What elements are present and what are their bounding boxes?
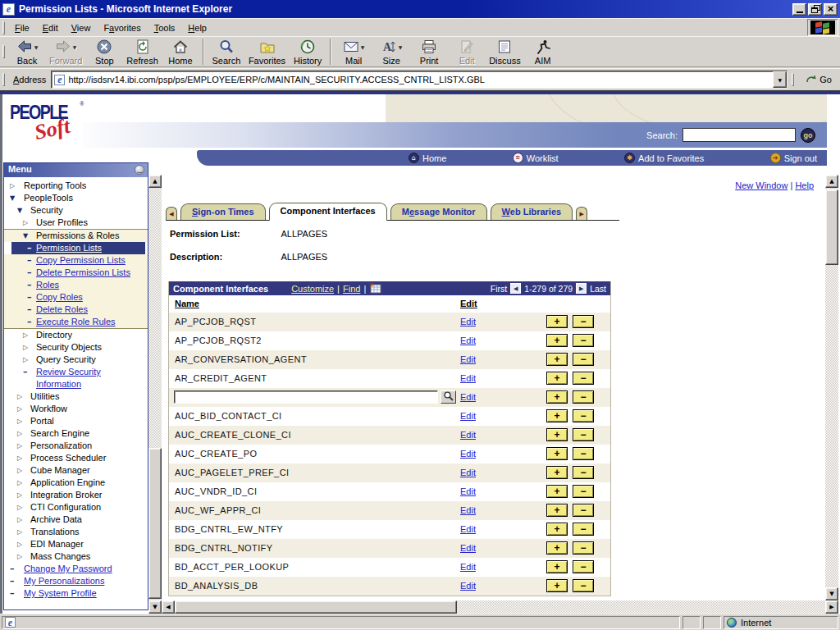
dash-bullet-icon[interactable]: –	[10, 575, 15, 587]
sidebar-item-cti-configuration[interactable]: ▷CTI Configuration	[4, 501, 148, 514]
add-row-button[interactable]: +	[546, 409, 568, 422]
edit-column-header[interactable]: Edit	[460, 299, 477, 308]
dropdown-caret-icon[interactable]: ▼	[361, 44, 365, 50]
add-row-button[interactable]: +	[546, 447, 568, 460]
add-row-button[interactable]: +	[546, 428, 568, 441]
sidebar-item-execute-role-rules[interactable]: –Execute Role Rules	[4, 316, 148, 329]
expanded-node-icon[interactable]: ▼	[17, 204, 22, 217]
portal-nav-worklist[interactable]: ≡Worklist	[513, 153, 559, 163]
add-row-button[interactable]: +	[546, 523, 568, 536]
delete-row-button[interactable]: −	[573, 372, 594, 385]
edit-link[interactable]: Edit	[460, 392, 476, 402]
menu-file[interactable]: File	[8, 21, 36, 35]
collapsed-node-icon[interactable]: ▷	[17, 501, 22, 514]
search-button[interactable]: Search	[208, 38, 245, 66]
edit-link[interactable]: Edit	[460, 581, 476, 591]
collapsed-node-icon[interactable]: ▷	[17, 427, 22, 440]
discuss-button[interactable]: Discuss	[486, 38, 524, 66]
sidebar-item-copy-permission-lists[interactable]: –Copy Permission Lists	[4, 254, 148, 267]
delete-row-button[interactable]: −	[573, 541, 594, 555]
tab-component-interfaces[interactable]: Component Interfaces	[269, 203, 387, 221]
sidebar-item-personalization[interactable]: ▷Personalization	[4, 440, 148, 452]
collapsed-node-icon[interactable]: ▷	[23, 217, 28, 229]
delete-row-button[interactable]: −	[573, 353, 594, 366]
sidebar-item-user-profiles[interactable]: ▷User Profiles	[4, 217, 148, 229]
menu-view[interactable]: View	[65, 21, 98, 35]
dash-bullet-icon[interactable]: –	[10, 563, 15, 575]
scroll-left-button[interactable]: ◀	[162, 600, 175, 614]
aim-button[interactable]: AIM	[524, 38, 562, 66]
sidebar-item-my-system-profile[interactable]: –My System Profile	[4, 587, 148, 600]
help-link[interactable]: Help	[795, 180, 814, 190]
collapse-menu-icon[interactable]	[135, 165, 144, 175]
scroll-down-button[interactable]: ▼	[825, 587, 838, 600]
expanded-node-icon[interactable]: ▼	[23, 230, 28, 242]
sidebar-item-directory[interactable]: ▷Directory	[4, 329, 148, 341]
edit-link[interactable]: Edit	[460, 524, 476, 534]
collapsed-node-icon[interactable]: ▷	[23, 341, 28, 354]
tab-scroll-left-button[interactable]: ◀	[166, 207, 177, 221]
add-row-button[interactable]: +	[546, 466, 568, 479]
sidebar-item-permission-lists[interactable]: –Permission Lists	[11, 242, 145, 254]
dash-bullet-icon[interactable]: –	[27, 304, 32, 316]
dash-bullet-icon[interactable]: –	[27, 242, 32, 254]
address-url[interactable]: http://isdsrv14.ibi.com/psp/ps/EMPLOYEE/…	[68, 75, 769, 84]
menu-favorites[interactable]: Favorites	[97, 21, 147, 35]
search-input[interactable]	[682, 128, 796, 142]
favorites-button[interactable]: Favorites	[245, 38, 289, 66]
scroll-up-button[interactable]: ▲	[825, 175, 838, 188]
sidebar-item-my-personalizations[interactable]: –My Personalizations	[4, 575, 148, 587]
dash-bullet-icon[interactable]: –	[27, 279, 32, 291]
sidebar-item-utilities[interactable]: ▷Utilities	[4, 390, 148, 403]
edit-link[interactable]: Edit	[460, 486, 476, 496]
collapsed-node-icon[interactable]: ▷	[17, 514, 22, 526]
content-horizontal-scrollbar[interactable]: ◀ ▶	[162, 600, 838, 614]
sidebar-item-translations[interactable]: ▷Translations	[4, 526, 148, 538]
collapsed-node-icon[interactable]: ▷	[23, 354, 28, 366]
delete-row-button[interactable]: −	[573, 428, 594, 441]
edit-link[interactable]: Edit	[460, 543, 476, 553]
delete-row-button[interactable]: −	[573, 334, 594, 347]
sidebar-item-delete-permission-lists[interactable]: –Delete Permission Lists	[4, 267, 148, 279]
portal-nav-add-to-favorites[interactable]: ✱Add to Favorites	[624, 153, 704, 163]
dash-bullet-icon[interactable]: –	[27, 254, 32, 267]
toolbar-grip[interactable]	[2, 73, 5, 86]
edit-link[interactable]: Edit	[460, 449, 476, 459]
stop-button[interactable]: Stop	[85, 38, 123, 66]
dropdown-caret-icon[interactable]: ▼	[399, 44, 403, 50]
edit-link[interactable]: Edit	[460, 373, 476, 383]
back-button[interactable]: ▼Back	[8, 38, 46, 66]
collapsed-node-icon[interactable]: ▷	[17, 489, 22, 501]
sidebar-item-application-engine[interactable]: ▷Application Engine	[4, 477, 148, 489]
add-row-button[interactable]: +	[546, 315, 568, 328]
edit-link[interactable]: Edit	[460, 336, 476, 345]
sidebar-item-reporting-tools[interactable]: ▷Reporting Tools	[4, 180, 148, 192]
collapsed-node-icon[interactable]: ▷	[17, 538, 22, 550]
dash-bullet-icon[interactable]: –	[10, 587, 15, 600]
collapsed-node-icon[interactable]: ▷	[23, 329, 28, 341]
add-row-button[interactable]: +	[546, 504, 568, 517]
toolbar-grip[interactable]	[2, 21, 5, 34]
sidebar-item-delete-roles[interactable]: –Delete Roles	[4, 304, 148, 316]
sidebar-item-mass-changes[interactable]: ▷Mass Changes	[4, 550, 148, 563]
menu-edit[interactable]: Edit	[36, 21, 65, 35]
sidebar-item-copy-roles[interactable]: –Copy Roles	[4, 291, 148, 304]
collapsed-node-icon[interactable]: ▷	[17, 390, 22, 403]
next-page-button[interactable]: ▶	[576, 283, 587, 294]
sidebar-item-search-engine[interactable]: ▷Search Engine	[4, 427, 148, 440]
new-window-link[interactable]: New Window	[735, 180, 788, 190]
collapsed-node-icon[interactable]: ▷	[17, 452, 22, 464]
delete-row-button[interactable]: −	[573, 504, 594, 517]
collapsed-node-icon[interactable]: ▷	[17, 464, 22, 477]
dash-bullet-icon[interactable]: –	[27, 267, 32, 279]
scrollbar-thumb[interactable]	[175, 600, 457, 614]
delete-row-button[interactable]: −	[573, 447, 594, 460]
sidebar-item-permissions-roles[interactable]: ▼Permissions & Roles	[4, 229, 148, 242]
edit-link[interactable]: Edit	[460, 468, 476, 477]
menu-tools[interactable]: Tools	[148, 21, 182, 35]
portal-nav-home[interactable]: ⌂Home	[409, 153, 446, 163]
download-to-excel-icon[interactable]	[369, 282, 381, 295]
content-vertical-scrollbar[interactable]: ▲ ▼	[825, 175, 838, 600]
lookup-button[interactable]	[441, 390, 456, 404]
collapsed-node-icon[interactable]: ▷	[10, 180, 15, 192]
